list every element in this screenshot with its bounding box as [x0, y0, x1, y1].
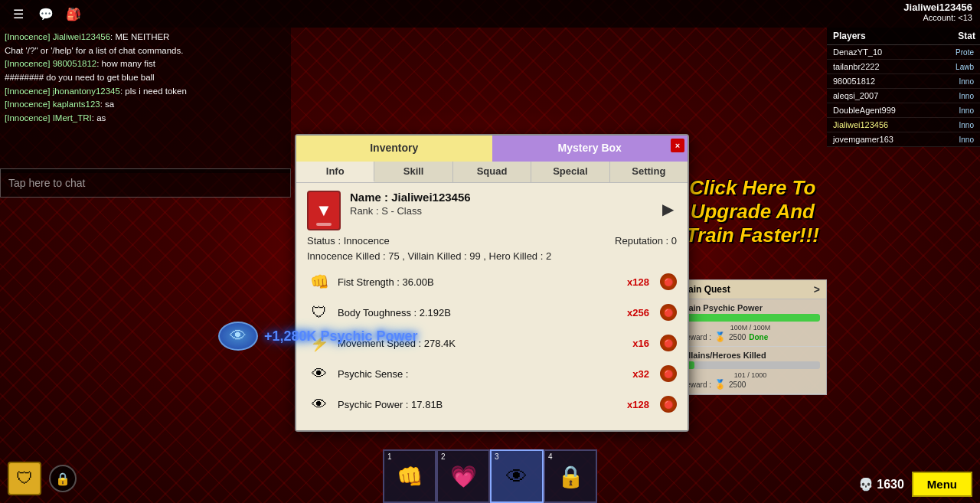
players-panel: Players Stat DenazYT_10 Prote tailanbr22…	[827, 28, 980, 147]
bottom-left: 🛡 🔒	[8, 462, 77, 495]
player-name-self: Jialiwei123456	[833, 120, 959, 129]
hotbar-slot-2[interactable]: 2 💗	[436, 449, 490, 503]
inventory-tabs-top: Inventory Mystery Box	[296, 136, 688, 162]
psychic-power-text: +1,280K Psychic Power	[264, 328, 418, 345]
psychic-eye-icon: 👁	[218, 322, 258, 351]
player-row: aleqsi_2007 Inno	[827, 89, 980, 103]
psychic-power-mult: x128	[627, 399, 649, 410]
quest-reward-row-1: Reward : 🏅 2500 Done	[681, 332, 820, 342]
chat-message: ######## do you need to get blue ball	[5, 71, 286, 84]
player-name: DenazYT_10	[833, 47, 956, 57]
fist-upgrade-btn[interactable]: 🔴	[660, 273, 677, 290]
nav-arrow[interactable]: ▶	[658, 194, 677, 224]
char-name-block: Name : Jialiwei123456 Rank : S - Class	[350, 191, 649, 217]
account-username: Jialiwei123456	[903, 2, 972, 13]
chat-message: [Innocence] jhonantony12345: pls i need …	[5, 85, 286, 98]
psychic-sense-mult: x32	[632, 368, 649, 380]
bag-icon[interactable]: 🎒	[63, 3, 84, 24]
psychic-power-label: Psychic Power : 17.81B	[338, 399, 621, 410]
character-info: ▼ Name : Jialiwei123456 Rank : S - Class…	[296, 183, 688, 430]
upgrade-line2: Upgrade And	[686, 200, 819, 224]
quest-arrow[interactable]: >	[814, 283, 820, 296]
tab-special[interactable]: Special	[531, 162, 609, 182]
hotbar-slot-4[interactable]: 4 🔒	[544, 449, 597, 503]
quest-item-title-1: Train Psychic Power	[681, 303, 820, 312]
quest-header: Main Quest >	[675, 280, 826, 299]
hotbar-slot-1[interactable]: 1 👊	[383, 449, 436, 503]
body-mult: x256	[627, 307, 649, 318]
quest-item-2: Villains/Heroes Killed 101 / 1000 Reward…	[675, 347, 826, 394]
tab-info[interactable]: Info	[296, 162, 374, 182]
stat-row-psychic-sense: 👁 Psychic Sense : x32 🔴	[307, 361, 677, 386]
chat-message: [Innocence] IMert_TRI: as	[5, 112, 286, 125]
kills-row: Innocence Killed : 75 , Villain Killed :…	[307, 250, 677, 262]
chat-message: [Innocence] Jialiwei123456: ME NEITHER	[5, 31, 286, 44]
player-row: DenazYT_10 Prote	[827, 45, 980, 60]
hotbar-icon-3: 👁	[506, 464, 528, 489]
hotbar: 1 👊 2 💗 3 👁 4 🔒	[383, 449, 597, 503]
player-row-self: Jialiwei123456 Inno	[827, 118, 980, 132]
hotbar-num-3: 3	[495, 452, 499, 461]
close-button[interactable]: ×	[671, 139, 684, 152]
player-status: Lawb	[956, 63, 974, 71]
psychic-sense-label: Psychic Sense :	[338, 368, 626, 380]
chat-message: [Innocence] kaplants123: sa	[5, 98, 286, 111]
inventory-sub-tabs: Info Skill Squad Special Setting	[296, 162, 688, 183]
player-status: Prote	[956, 48, 974, 57]
top-bar-icons: ☰ 💬 🎒	[0, 3, 92, 24]
reward-icon-1: 🏅	[714, 332, 726, 342]
psychic-sense-upgrade-btn[interactable]: 🔴	[660, 365, 677, 382]
skull-count: 💀 1630	[858, 477, 904, 492]
psychic-power-upgrade-btn[interactable]: 🔴	[660, 396, 677, 413]
player-row: tailanbr2222 Lawb	[827, 60, 980, 74]
tab-mystery-box[interactable]: Mystery Box	[492, 136, 688, 162]
menu-button[interactable]: Menu	[912, 472, 972, 497]
inventory-panel: Inventory Mystery Box Info Skill Squad S…	[295, 134, 689, 432]
tab-inventory[interactable]: Inventory	[296, 136, 492, 162]
upgrade-line3: Train Faster!!!	[686, 224, 819, 247]
lock-icon[interactable]: 🔒	[49, 465, 77, 492]
quest-progress-bar-1	[681, 314, 820, 322]
psychic-overlay: 👁 +1,280K Psychic Power	[218, 322, 418, 351]
stat-row-fist: 👊 Fist Strength : 36.00B x128 🔴	[307, 269, 677, 294]
player-status: Inno	[959, 121, 974, 129]
account-info: Jialiwei123456 Account: <13	[903, 2, 972, 22]
col-players: Players	[827, 28, 911, 44]
chat-placeholder: Tap here to chat	[8, 177, 85, 189]
quest-reward-row-2: Reward : 🏅 2500	[681, 379, 820, 390]
speed-upgrade-btn[interactable]: 🔴	[660, 335, 677, 351]
psychic-sense-icon: 👁	[307, 361, 332, 386]
chat-message: [Innocence] 980051812: how many fist	[5, 57, 286, 70]
reward-icon-2: 🏅	[714, 379, 726, 390]
tab-skill[interactable]: Skill	[374, 162, 452, 182]
tab-squad[interactable]: Squad	[453, 162, 531, 182]
shield-icon: 🛡	[8, 462, 41, 495]
hotbar-icon-4: 🔒	[557, 464, 584, 489]
player-status: Inno	[959, 136, 974, 144]
rank-badge: ▼	[307, 191, 341, 230]
reputation-label: Reputation : 0	[615, 235, 677, 247]
player-name: tailanbr2222	[833, 62, 956, 71]
speed-mult: x16	[632, 338, 649, 349]
player-name: jovemgamer163	[833, 135, 959, 144]
player-row: DoubleAgent999 Inno	[827, 103, 980, 118]
body-upgrade-btn[interactable]: 🔴	[660, 304, 677, 321]
fist-mult: x128	[627, 276, 649, 288]
menu-icon[interactable]: ☰	[8, 3, 29, 24]
hotbar-slot-3[interactable]: 3 👁	[490, 449, 544, 503]
player-name: aleqsi_2007	[833, 91, 959, 100]
chat-icon[interactable]: 💬	[35, 3, 57, 24]
player-name: 980051812	[833, 77, 959, 86]
status-rep-row: Status : Innocence Reputation : 0	[307, 235, 677, 247]
chat-panel: [Innocence] Jialiwei123456: ME NEITHER C…	[0, 28, 291, 173]
hotbar-icon-2: 💗	[450, 464, 477, 489]
chat-input[interactable]: Tap here to chat	[0, 168, 291, 198]
chat-message: Chat '/?'' or '/help' for a list of chat…	[5, 44, 286, 57]
stat-row-psychic-power: 👁 Psychic Power : 17.81B x128 🔴	[307, 392, 677, 416]
tab-setting[interactable]: Setting	[610, 162, 688, 182]
reward-value-2: 2500	[729, 381, 746, 389]
quest-progress-bar-2	[681, 361, 820, 369]
char-name-row: ▼ Name : Jialiwei123456 Rank : S - Class…	[307, 191, 677, 230]
psychic-power-icon: 👁	[307, 392, 332, 416]
players-header: Players Stat	[827, 28, 980, 45]
